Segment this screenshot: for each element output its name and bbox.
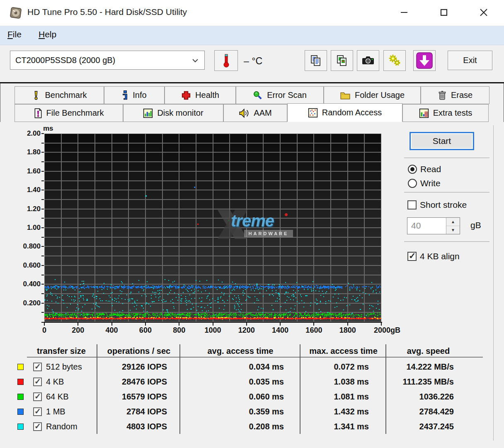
maximize-button[interactable] [432,3,456,22]
y-tick-label: 1.40 [15,186,41,194]
menu-file[interactable]: File [7,29,22,39]
avg-speed-cell: 111.235 MB/s [386,377,483,387]
tab-disk-monitor[interactable]: Disk monitor [123,104,223,122]
tab-label: Health [195,90,219,100]
operations-cell: 16579 IOPS [97,392,180,402]
tab-aam[interactable]: AAM [223,104,287,122]
temperature-button[interactable] [214,50,238,71]
x-tick-label: 400 [106,326,118,335]
align-checkbox[interactable] [407,252,417,261]
save-results-button[interactable] [413,50,436,71]
tab-benchmark[interactable]: Benchmark [15,86,104,104]
series-checkbox[interactable] [33,407,42,416]
x-tick-mark [44,323,45,326]
write-radio[interactable] [408,179,417,188]
separator [404,241,489,242]
tab-erase[interactable]: Erase [421,86,489,104]
operations-cell: 2784 IOPS [97,407,180,416]
series-checkbox[interactable] [33,392,42,401]
erase-trash-icon [438,90,447,100]
tab-folder-usage[interactable]: Folder Usage [324,86,421,104]
separator [404,192,489,192]
y-tick-mark [41,265,44,266]
read-label: Read [420,164,441,174]
tab-label: Random Access [322,108,382,117]
y-tick-mark [41,209,44,209]
table-row: 512 bytes29126 IOPS0.034 ms0.072 ms14.22… [15,359,483,374]
settings-button[interactable] [383,50,406,71]
toolbar-separator [0,82,504,83]
close-button[interactable] [472,3,496,22]
transfer-size-cell: 512 bytes [15,362,97,372]
tab-label: Benchmark [45,90,87,100]
series-checkbox[interactable] [33,422,42,431]
panel-border [493,125,494,441]
tab-health[interactable]: Health [165,86,236,104]
transfer-size-label: 512 bytes [46,362,82,372]
tab-label: File Benchmark [46,108,104,118]
separator [404,158,489,158]
menu-help[interactable]: Help [39,29,56,39]
tab-label: AAM [254,108,271,118]
tab-label: Folder Usage [355,90,405,100]
transfer-size-cell: 64 KB [15,392,97,402]
transfer-size-label: 1 MB [46,407,65,416]
tab-random-access[interactable]: Random Access [287,103,402,122]
temperature-value: – °C [244,56,262,67]
col-max-access: max. access time [300,346,386,356]
spin-down-button[interactable]: ▼ [446,226,460,234]
tab-label: Disk monitor [157,108,203,118]
x-tick-mark [179,323,179,326]
operations-cell: 4803 IOPS [97,422,180,431]
window-title: HD Tune Pro 5.50 - Hard Disk/SSD Utility [27,7,187,17]
screenshot-button[interactable] [357,50,379,71]
thermometer-icon [222,54,231,68]
col-transfer-size: transfer size [15,346,97,356]
start-button[interactable]: Start [410,132,474,150]
y-tick-label: 1.80 [15,148,41,156]
avg-speed-cell: 14.222 MB/s [386,362,483,372]
tab-error-scan[interactable]: Error Scan [236,86,324,104]
copy-text-button[interactable] [305,50,327,71]
random-access-icon [308,108,318,118]
tab-info[interactable]: Info [104,86,165,104]
camera-icon [361,54,375,67]
write-radio-row: Write [408,178,441,188]
x-tick-mark [280,323,281,326]
max-access-cell: 1.038 ms [300,377,386,387]
y-tick-label: 1.00 [15,224,41,232]
series-color-swatch [17,409,24,415]
avg-access-cell: 0.359 ms [180,407,300,416]
table-row: Random4803 IOPS0.208 ms1.341 ms2437.245 [15,419,483,434]
y-tick-mark [41,293,44,294]
x-tick-mark [313,323,314,326]
app-disk-icon [9,6,22,19]
series-checkbox[interactable] [33,363,42,371]
tab-label: Error Scan [267,90,307,100]
exit-button[interactable]: Exit [448,51,492,70]
y-tick-mark [41,180,44,181]
tab-file-benchmark[interactable]: File Benchmark [15,104,123,122]
minimize-button[interactable] [392,3,416,22]
table-row: 4 KB28476 IOPS0.035 ms1.038 ms111.235 MB… [15,374,483,389]
series-checkbox[interactable] [33,377,42,386]
copy-image-button[interactable] [331,50,353,71]
y-tick-mark [41,133,44,134]
short-stroke-checkbox[interactable] [407,200,417,209]
x-tick-label: 800 [173,326,185,335]
max-access-cell: 0.072 ms [300,362,386,372]
spin-up-button[interactable]: ▲ [446,218,460,226]
col-operations: operations / sec [97,346,180,356]
short-stroke-size-input[interactable]: 40 ▲ ▼ [407,217,460,234]
tab-extra-tests[interactable]: Extra tests [402,104,489,122]
drive-selector[interactable]: CT2000P5SSD8 (2000 gB) [10,51,205,70]
read-radio[interactable] [408,165,417,174]
y-tick-mark [41,284,44,285]
x-tick-label: 1800 [339,326,356,335]
avg-speed-cell: 2437.245 [386,422,483,431]
x-tick-mark [213,323,213,326]
avg-access-cell: 0.035 ms [180,377,300,387]
app-window: HD Tune Pro 5.50 - Hard Disk/SSD Utility… [0,0,504,448]
disk-monitor-icon [143,108,153,118]
spinner-buttons: ▲ ▼ [446,218,460,234]
